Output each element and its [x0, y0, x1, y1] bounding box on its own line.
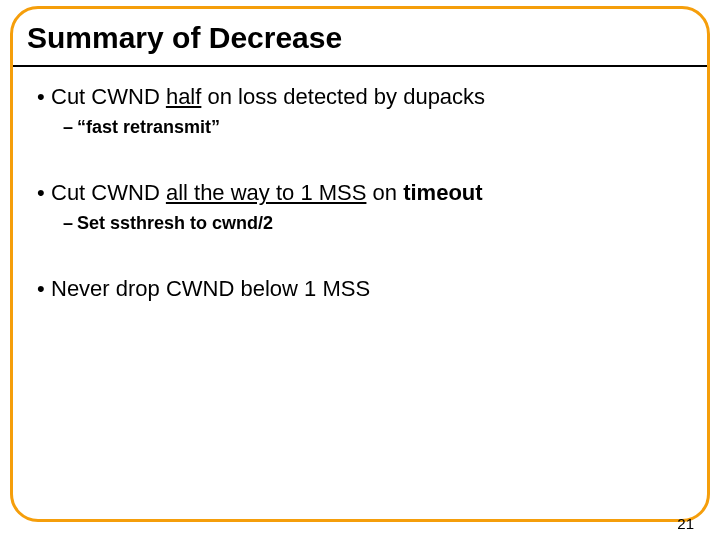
slide-frame: Summary of Decrease •Cut CWND half on lo…: [10, 6, 710, 522]
bullet-2-sub-text: Set ssthresh to cwnd/2: [77, 213, 273, 233]
bullet-dot-icon: •: [37, 83, 51, 112]
bullet-2: •Cut CWND all the way to 1 MSS on timeou…: [37, 179, 683, 208]
bullet-2-underline: all the way to 1 MSS: [166, 180, 367, 205]
slide-content: •Cut CWND half on loss detected by dupac…: [13, 67, 707, 304]
bullet-dot-icon: •: [37, 179, 51, 208]
slide-title: Summary of Decrease: [27, 21, 693, 55]
page-number: 21: [677, 515, 694, 532]
bullet-2-mid: on: [366, 180, 403, 205]
bullet-1-underline: half: [166, 84, 201, 109]
bullet-2-sub: –Set ssthresh to cwnd/2: [63, 212, 683, 235]
bullet-3: •Never drop CWND below 1 MSS: [37, 275, 683, 304]
dash-icon: –: [63, 212, 77, 235]
bullet-1-pre: Cut CWND: [51, 84, 166, 109]
dash-icon: –: [63, 116, 77, 139]
bullet-1-sub: –“fast retransmit”: [63, 116, 683, 139]
bullet-1-post: on loss detected by dupacks: [201, 84, 485, 109]
bullet-2-bold: timeout: [403, 180, 482, 205]
title-bar: Summary of Decrease: [13, 9, 707, 67]
bullet-3-text: Never drop CWND below 1 MSS: [51, 276, 370, 301]
bullet-1-sub-main: fast retransmit: [86, 117, 211, 137]
bullet-1-sub-qclose: ”: [211, 117, 220, 137]
bullet-dot-icon: •: [37, 275, 51, 304]
bullet-1: •Cut CWND half on loss detected by dupac…: [37, 83, 683, 112]
bullet-1-sub-qopen: “: [77, 117, 86, 137]
bullet-2-pre: Cut CWND: [51, 180, 166, 205]
